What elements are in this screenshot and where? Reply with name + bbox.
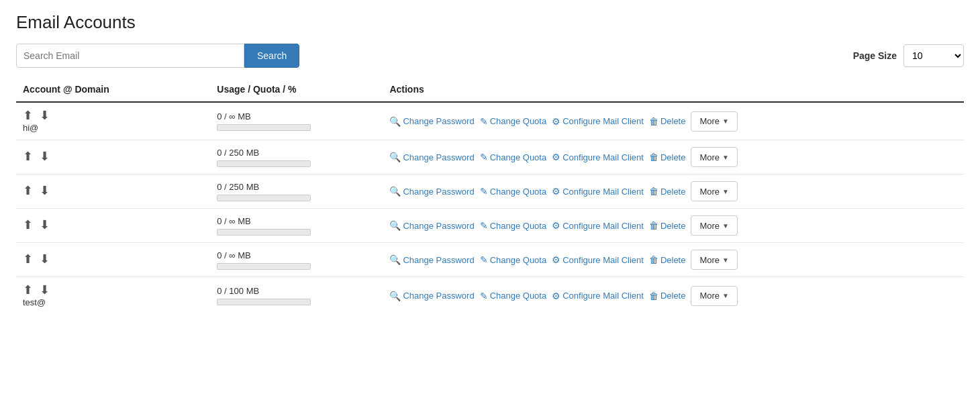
account-cell: ⬆ ⬇ test@	[16, 277, 210, 315]
trash-icon: 🗑	[649, 291, 658, 301]
change-password-link[interactable]: 🔍 Change Password	[389, 220, 474, 231]
upload-icon[interactable]: ⬆	[23, 253, 33, 265]
quota-text: 0 / ∞ MB	[217, 250, 376, 260]
upload-icon[interactable]: ⬆	[23, 219, 33, 231]
quota-text: 0 / 250 MB	[217, 182, 376, 192]
caret-down-icon: ▼	[722, 117, 729, 125]
page-size-label: Page Size	[853, 50, 897, 61]
account-cell: ⬆ ⬇	[16, 243, 210, 277]
delete-link[interactable]: 🗑 Delete	[649, 186, 686, 197]
more-button[interactable]: More ▼	[691, 286, 738, 306]
page-size-select[interactable]: 10 25 50 100	[903, 44, 964, 67]
table-row: ⬆ ⬇ test@ 0 / 100 MB 🔍 Change Password ✎…	[16, 277, 964, 315]
col-actions: Actions	[383, 79, 964, 102]
more-label: More	[699, 116, 720, 126]
trash-icon: 🗑	[649, 186, 658, 197]
edit-icon: ✎	[480, 254, 488, 265]
upload-icon[interactable]: ⬆	[23, 109, 33, 121]
quota-cell: 0 / ∞ MB	[210, 102, 383, 140]
account-label: test@	[23, 297, 203, 307]
quota-bar-bg	[217, 263, 311, 270]
download-icon[interactable]: ⬇	[40, 109, 50, 121]
delete-link[interactable]: 🗑 Delete	[649, 116, 686, 127]
download-icon[interactable]: ⬇	[40, 219, 50, 231]
change-password-link[interactable]: 🔍 Change Password	[389, 186, 474, 197]
change-password-link[interactable]: 🔍 Change Password	[389, 254, 474, 265]
actions-cell: 🔍 Change Password ✎ Change Quota ⚙ Confi…	[383, 102, 964, 140]
change-password-link[interactable]: 🔍 Change Password	[389, 291, 474, 301]
change-quota-link[interactable]: ✎ Change Quota	[480, 254, 547, 265]
gear-icon: ⚙	[552, 291, 560, 301]
key-icon: 🔍	[389, 152, 401, 162]
more-label: More	[699, 187, 720, 197]
download-icon[interactable]: ⬇	[40, 150, 50, 162]
upload-icon[interactable]: ⬆	[23, 284, 33, 296]
change-password-link[interactable]: 🔍 Change Password	[389, 116, 474, 127]
upload-icon[interactable]: ⬆	[23, 150, 33, 162]
delete-link[interactable]: 🗑 Delete	[649, 152, 686, 162]
change-quota-link[interactable]: ✎ Change Quota	[480, 291, 547, 301]
quota-text: 0 / ∞ MB	[217, 216, 376, 226]
quota-cell: 0 / ∞ MB	[210, 209, 383, 243]
more-button[interactable]: More ▼	[691, 181, 738, 201]
search-input[interactable]	[16, 44, 244, 68]
change-quota-link[interactable]: ✎ Change Quota	[480, 186, 547, 197]
edit-icon: ✎	[480, 291, 488, 301]
more-button[interactable]: More ▼	[691, 250, 738, 270]
more-label: More	[699, 221, 720, 231]
caret-down-icon: ▼	[722, 256, 729, 264]
key-icon: 🔍	[389, 116, 401, 127]
gear-icon: ⚙	[552, 116, 560, 127]
configure-mail-client-link[interactable]: ⚙ Configure Mail Client	[552, 254, 644, 265]
table-row: ⬆ ⬇ hi@ 0 / ∞ MB 🔍 Change Password ✎ Cha…	[16, 102, 964, 140]
col-quota: Usage / Quota / %	[210, 79, 383, 102]
table-row: ⬆ ⬇ 0 / ∞ MB 🔍 Change Password ✎ Change …	[16, 243, 964, 277]
caret-down-icon: ▼	[722, 292, 729, 299]
delete-link[interactable]: 🗑 Delete	[649, 254, 686, 265]
account-cell: ⬆ ⬇	[16, 140, 210, 174]
quota-text: 0 / 250 MB	[217, 148, 376, 158]
configure-mail-client-link[interactable]: ⚙ Configure Mail Client	[552, 291, 644, 301]
caret-down-icon: ▼	[722, 188, 729, 195]
quota-cell: 0 / 100 MB	[210, 277, 383, 315]
upload-icon[interactable]: ⬆	[23, 185, 33, 197]
email-accounts-table: Account @ Domain Usage / Quota / % Actio…	[16, 79, 964, 314]
download-icon[interactable]: ⬇	[40, 185, 50, 197]
edit-icon: ✎	[480, 152, 488, 162]
change-quota-link[interactable]: ✎ Change Quota	[480, 116, 547, 127]
configure-mail-client-link[interactable]: ⚙ Configure Mail Client	[552, 186, 644, 197]
actions-cell: 🔍 Change Password ✎ Change Quota ⚙ Confi…	[383, 277, 964, 315]
quota-bar-bg	[217, 124, 311, 131]
download-icon[interactable]: ⬇	[40, 284, 50, 296]
toolbar: Search Page Size 10 25 50 100	[16, 44, 964, 68]
caret-down-icon: ▼	[722, 154, 729, 161]
caret-down-icon: ▼	[722, 222, 729, 230]
delete-link[interactable]: 🗑 Delete	[649, 291, 686, 301]
edit-icon: ✎	[480, 186, 488, 197]
key-icon: 🔍	[389, 254, 401, 265]
more-button[interactable]: More ▼	[691, 147, 738, 167]
delete-link[interactable]: 🗑 Delete	[649, 220, 686, 231]
actions-cell: 🔍 Change Password ✎ Change Quota ⚙ Confi…	[383, 140, 964, 174]
configure-mail-client-link[interactable]: ⚙ Configure Mail Client	[552, 116, 644, 127]
table-row: ⬆ ⬇ 0 / 250 MB 🔍 Change Password ✎ Chang…	[16, 140, 964, 174]
search-button[interactable]: Search	[244, 44, 299, 68]
configure-mail-client-link[interactable]: ⚙ Configure Mail Client	[552, 152, 644, 162]
more-button[interactable]: More ▼	[691, 215, 738, 236]
more-button[interactable]: More ▼	[691, 111, 738, 132]
page-title: Email Accounts	[16, 12, 964, 33]
quota-text: 0 / ∞ MB	[217, 111, 376, 121]
download-icon[interactable]: ⬇	[40, 253, 50, 265]
edit-icon: ✎	[480, 116, 488, 127]
account-cell: ⬆ ⬇	[16, 209, 210, 243]
change-quota-link[interactable]: ✎ Change Quota	[480, 220, 547, 231]
more-label: More	[699, 255, 720, 265]
quota-bar-bg	[217, 195, 311, 201]
configure-mail-client-link[interactable]: ⚙ Configure Mail Client	[552, 220, 644, 231]
account-cell: ⬆ ⬇ hi@	[16, 102, 210, 140]
trash-icon: 🗑	[649, 152, 658, 162]
quota-bar-bg	[217, 299, 311, 305]
change-quota-link[interactable]: ✎ Change Quota	[480, 152, 547, 162]
gear-icon: ⚙	[552, 220, 560, 231]
change-password-link[interactable]: 🔍 Change Password	[389, 152, 474, 162]
